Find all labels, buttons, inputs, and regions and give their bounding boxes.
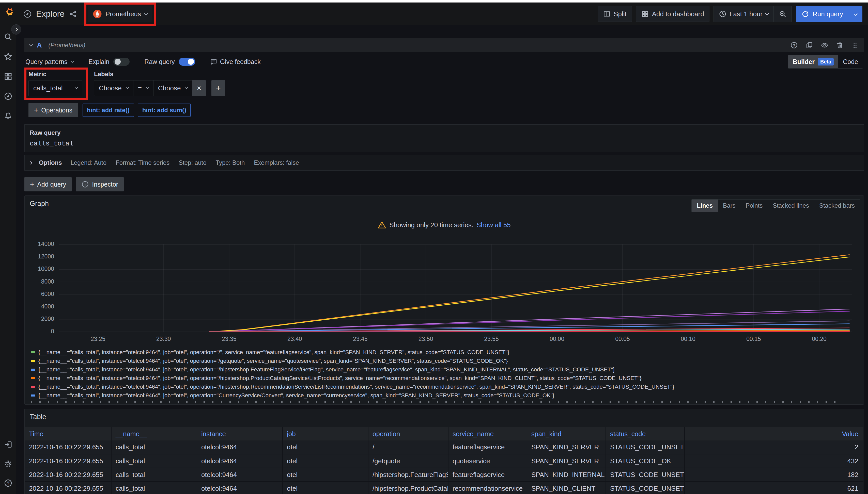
legend-item[interactable]: {__name__="calls_total", instance="otelc… <box>31 365 857 374</box>
table-cell: SPAN_KIND_INTERNAL <box>527 468 606 481</box>
table-cell: /hipstershop.FeatureFlagServi... <box>368 468 448 481</box>
top-navigation-bar: Explore Prometheus Split Add to dashboa <box>16 2 868 25</box>
query-hint-button[interactable]: hint: add sum() <box>138 103 191 117</box>
table-cell: otel <box>283 440 368 454</box>
dashboards-icon[interactable] <box>4 72 13 81</box>
run-query-dropdown[interactable] <box>849 6 863 22</box>
table-column-header[interactable]: job <box>283 427 368 440</box>
share-icon[interactable] <box>69 10 77 18</box>
query-help-icon[interactable]: ? <box>790 41 798 49</box>
query-patterns-dropdown[interactable]: Query patterns <box>25 58 67 65</box>
datasource-picker[interactable]: Prometheus <box>88 6 152 22</box>
label-value-select[interactable]: Choose <box>153 80 192 96</box>
time-series-plot[interactable]: 0200040006000800010000120001400023:2523:… <box>31 241 858 346</box>
legend-item[interactable]: {__name__="calls_total", instance="otelc… <box>31 383 857 391</box>
x-axis-tick-label: 23:35 <box>222 336 237 342</box>
series-limit-warning: Showing only 20 time series. Show all 55 <box>25 221 864 229</box>
table-cell: 182 <box>685 468 864 481</box>
split-button[interactable]: Split <box>598 6 632 22</box>
drag-handle-icon[interactable] <box>851 41 859 49</box>
table-column-header[interactable]: __name__ <box>111 427 197 440</box>
sidebar-expand-button[interactable] <box>11 24 21 35</box>
add-to-dashboard-button[interactable]: Add to dashboard <box>636 6 709 22</box>
chevron-down-icon <box>75 86 78 89</box>
add-label-filter-button[interactable]: + <box>212 80 225 96</box>
inspector-button[interactable]: Inspector <box>76 177 124 191</box>
label-operator-select[interactable]: = <box>133 80 153 96</box>
chevron-down-icon <box>765 12 769 16</box>
table-cell: otel <box>283 454 368 468</box>
query-options-bar[interactable]: Options Legend: AutoFormat: Time seriesS… <box>24 155 864 171</box>
raw-query-label: Raw query <box>144 58 175 65</box>
graph-mode-lines[interactable]: Lines <box>692 200 718 212</box>
starred-icon[interactable] <box>4 52 13 61</box>
give-feedback-link[interactable]: Give feedback <box>220 58 261 65</box>
chevron-down-icon <box>854 12 858 16</box>
query-row-header[interactable]: A (Prometheus) ? <box>24 38 864 52</box>
grafana-logo[interactable] <box>2 5 14 17</box>
remove-label-filter-button[interactable]: × <box>192 80 206 96</box>
table-column-header[interactable]: Time <box>25 427 111 440</box>
legend-item[interactable]: {__name__="calls_total", instance="otelc… <box>31 348 857 357</box>
legend-item[interactable]: {__name__="calls_total", instance="otelc… <box>31 357 857 365</box>
duplicate-query-icon[interactable] <box>806 41 813 49</box>
add-query-button[interactable]: + Add query <box>24 177 72 191</box>
legend-item[interactable]: {__name__="calls_total", instance="otelc… <box>31 374 857 383</box>
explore-compass-icon[interactable] <box>4 92 13 100</box>
help-icon[interactable]: ? <box>4 479 13 488</box>
table-cell: 2022-10-16 00:22:29.655 <box>25 481 111 494</box>
graph-mode-stacked-lines[interactable]: Stacked lines <box>767 200 814 212</box>
table-cell: otelcol:9464 <box>197 468 283 481</box>
table-column-header[interactable]: span_kind <box>527 427 606 440</box>
x-axis-tick-label: 00:10 <box>681 336 695 342</box>
show-all-series-link[interactable]: Show all 55 <box>476 221 510 229</box>
table-cell: otelcol:9464 <box>197 440 283 454</box>
metric-select[interactable]: calls_total <box>29 80 82 96</box>
chevron-down-icon <box>146 86 149 89</box>
sign-in-icon[interactable] <box>4 440 13 449</box>
graph-mode-bars[interactable]: Bars <box>718 200 740 212</box>
table-cell: STATUS_CODE_UNSET <box>606 440 685 454</box>
chevron-down-icon <box>126 86 129 89</box>
alerting-bell-icon[interactable] <box>4 112 13 120</box>
table-cell: recommendationservice <box>448 481 527 494</box>
collapse-query-icon[interactable] <box>29 43 33 47</box>
refresh-icon <box>801 10 809 18</box>
prometheus-icon <box>93 10 102 19</box>
run-query-button[interactable]: Run query <box>796 6 849 22</box>
query-header-actions: ? <box>790 41 859 49</box>
split-label: Split <box>614 10 627 18</box>
query-hint-button[interactable]: hint: add rate() <box>83 103 134 117</box>
table-column-header[interactable]: service_name <box>448 427 527 440</box>
legend-series-label: {__name__="calls_total", instance="otelc… <box>38 358 508 364</box>
options-summary-item: Exemplars: false <box>254 159 299 166</box>
graph-mode-points[interactable]: Points <box>740 200 767 212</box>
beta-badge: Beta <box>818 58 834 65</box>
explain-toggle[interactable] <box>113 58 130 66</box>
time-range-picker[interactable]: Last 1 hour <box>714 6 774 22</box>
raw-query-toggle[interactable] <box>179 58 195 66</box>
add-to-dashboard-label: Add to dashboard <box>652 10 704 18</box>
split-columns-icon <box>603 10 611 18</box>
table-column-header[interactable]: Value <box>685 427 864 440</box>
label-key-select[interactable]: Choose <box>94 80 133 96</box>
zoom-out-time-button[interactable] <box>774 6 792 22</box>
raw-query-box: Raw query calls_total <box>24 125 864 152</box>
code-mode-button[interactable]: Code <box>838 55 863 68</box>
legend-item[interactable]: {__name__="calls_total", instance="otelc… <box>31 391 857 400</box>
settings-gear-icon[interactable] <box>4 459 13 468</box>
graph-mode-stacked-bars[interactable]: Stacked bars <box>814 200 860 212</box>
builder-mode-button[interactable]: Builder Beta <box>788 55 838 68</box>
table-column-header[interactable]: operation <box>368 427 448 440</box>
inspector-label: Inspector <box>92 181 118 188</box>
label-filter-row: Choose = Choose × <box>94 80 225 96</box>
table-column-header[interactable]: instance <box>197 427 283 440</box>
add-operations-button[interactable]: + Operations <box>29 103 78 117</box>
disable-query-eye-icon[interactable] <box>821 41 828 49</box>
table-column-header[interactable]: status_code <box>606 427 685 440</box>
delete-query-trash-icon[interactable] <box>836 41 844 49</box>
table-cell: 2022-10-16 00:22:29.655 <box>25 454 111 468</box>
table-cell: calls_total <box>111 440 197 454</box>
search-icon[interactable] <box>4 33 13 41</box>
x-axis-tick-label: 23:40 <box>287 336 302 342</box>
